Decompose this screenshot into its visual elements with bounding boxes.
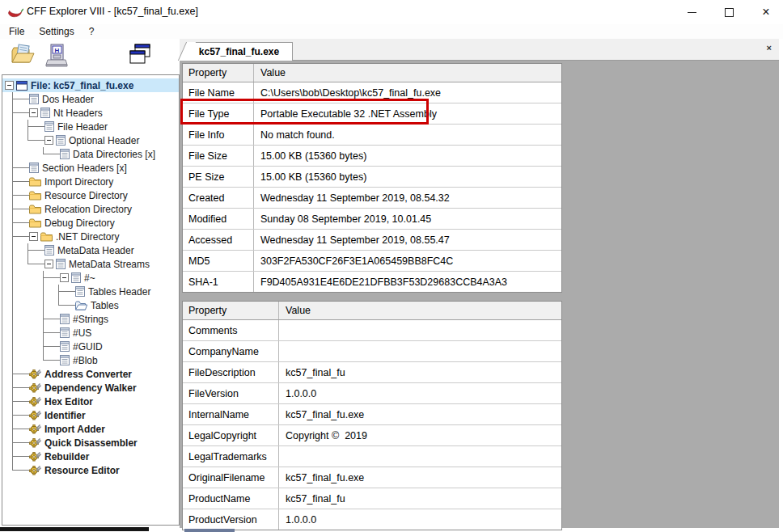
tree-guide <box>36 271 60 285</box>
tree-item-item[interactable]: #~ <box>2 271 179 285</box>
table-row-fileversion[interactable]: FileVersion1.0.0.0 <box>183 383 561 404</box>
table-row-productversion[interactable]: ProductVersion1.0.0.0 <box>183 509 561 530</box>
tree-item-import-adder[interactable]: Import Adder <box>2 422 179 436</box>
table-row-filedescription[interactable]: FileDescriptionkc57_final_fu <box>183 362 561 383</box>
tool-icon <box>29 465 41 475</box>
tree-item-hex-editor[interactable]: Hex Editor <box>2 395 179 408</box>
table-row-file-type[interactable]: File TypePortable Executable 32 .NET Ass… <box>183 103 561 125</box>
collapse-toggle-icon[interactable] <box>60 273 69 282</box>
property-cell: ProductName <box>183 488 279 509</box>
tree-item-tables-header[interactable]: Tables Header <box>2 285 179 298</box>
table-row-modified[interactable]: ModifiedSunday 08 September 2019, 10.01.… <box>183 209 561 230</box>
tree-item-file-kc57-final-fu-exe[interactable]: File: kc57_final_fu.exe <box>2 78 179 92</box>
minimize-button[interactable] <box>673 0 710 24</box>
tree-item-blob[interactable]: #Blob <box>2 353 179 367</box>
cascade-windows-icon[interactable] <box>128 43 152 65</box>
tree-item-label: Tables Header <box>88 286 150 298</box>
collapse-toggle-icon[interactable] <box>29 108 38 117</box>
close-button[interactable]: × <box>747 0 783 24</box>
value-cell: F9D405A931E4E6DE21DFBB3F53D29683CCB4A3A3 <box>254 272 561 292</box>
tree-item-net-directory[interactable]: .NET Directory <box>2 230 179 243</box>
table-row-file-name[interactable]: File NameC:\Users\bob\Desktop\kc57_final… <box>183 82 561 103</box>
tree-item-tables[interactable]: Tables <box>2 298 179 312</box>
tab-kc57-final-fu[interactable]: kc57_final_fu.exe <box>186 42 293 61</box>
tree-item-dos-header[interactable]: Dos Header <box>2 92 179 106</box>
collapse-toggle-icon[interactable] <box>44 136 53 145</box>
tree-item-resource-editor[interactable]: Resource Editor <box>2 463 179 477</box>
tree-guide <box>20 120 44 133</box>
tree-item-resource-directory[interactable]: Resource Directory <box>2 188 179 202</box>
tree-item-data-directories-x[interactable]: Data Directories [x] <box>2 147 179 161</box>
tree-guide <box>5 147 20 161</box>
table-row-sha-1[interactable]: SHA-1F9D405A931E4E6DE21DFBB3F53D29683CCB… <box>183 272 561 292</box>
tree-guide <box>5 326 20 340</box>
property-cell: PE Size <box>183 167 254 187</box>
tool-icon <box>29 369 41 379</box>
tree-item-debug-directory[interactable]: Debug Directory <box>2 216 179 230</box>
table-row-productname[interactable]: ProductNamekc57_final_fu <box>183 488 561 509</box>
collapse-toggle-icon[interactable] <box>44 260 53 268</box>
folder-icon <box>29 177 41 187</box>
tree-guide <box>20 133 44 147</box>
tree-item-rebuilder[interactable]: Rebuilder <box>2 450 179 463</box>
file-properties-rows: File NameC:\Users\bob\Desktop\kc57_final… <box>183 82 561 292</box>
collapse-toggle-icon[interactable] <box>29 232 38 241</box>
value-column-header: Value <box>279 302 561 319</box>
menu-settings[interactable]: Settings <box>32 25 81 38</box>
tab-close-icon[interactable]: × <box>767 43 772 53</box>
menu-help[interactable]: ? <box>82 25 102 38</box>
value-cell: 303F2FA530CF26F3E1A065459BB8FC4C <box>254 251 561 271</box>
table-row-companyname[interactable]: CompanyName <box>183 341 561 362</box>
tree-item-us[interactable]: #US <box>2 326 179 340</box>
save-file-icon[interactable]: H <box>45 44 68 68</box>
tree-guide <box>20 353 36 367</box>
table-row-file-info[interactable]: File InfoNo match found. <box>183 125 561 146</box>
value-cell: kc57_final_fu.exe <box>279 467 561 488</box>
table-row-accessed[interactable]: AccessedWednesday 11 September 2019, 08.… <box>183 230 561 251</box>
tree-item-relocation-directory[interactable]: Relocation Directory <box>2 202 179 216</box>
table-row-pe-size[interactable]: PE Size15.00 KB (15360 bytes) <box>183 167 561 188</box>
tool-icon <box>29 382 41 393</box>
collapse-toggle-icon[interactable] <box>5 81 14 90</box>
tree-item-label: Nt Headers <box>53 108 103 119</box>
property-cell: LegalTrademarks <box>183 446 279 467</box>
table-row-internalname[interactable]: InternalNamekc57_final_fu.exe <box>183 404 561 425</box>
tree-item-identifier[interactable]: Identifier <box>2 408 179 422</box>
tree-item-section-headers-x[interactable]: Section Headers [x] <box>2 161 179 175</box>
tree-guide <box>20 285 36 298</box>
tree-item-dependency-walker[interactable]: Dependency Walker <box>2 381 179 395</box>
value-cell: kc57_final_fu.exe <box>279 404 561 424</box>
tree-guide <box>5 161 29 175</box>
tree-item-quick-disassembler[interactable]: Quick Disassembler <box>2 436 179 450</box>
tree-item-nt-headers[interactable]: Nt Headers <box>2 106 179 120</box>
property-cell: File Type <box>183 103 254 124</box>
tree-item-address-converter[interactable]: Address Converter <box>2 367 179 381</box>
open-file-icon[interactable] <box>11 44 35 66</box>
table-row-legalcopyright[interactable]: LegalCopyrightCopyright © 2019 <box>183 425 561 446</box>
tree-item-guid[interactable]: #GUID <box>2 340 179 353</box>
tree-guide <box>5 298 20 312</box>
menu-file[interactable]: File <box>2 25 32 38</box>
table-row-originalfilename[interactable]: OriginalFilenamekc57_final_fu.exe <box>183 467 561 488</box>
table-row-legaltrademarks[interactable]: LegalTrademarks <box>183 446 561 467</box>
value-cell: 1.0.0.0 <box>279 383 561 403</box>
table-row-comments[interactable]: Comments <box>183 320 561 341</box>
maximize-button[interactable] <box>710 0 747 24</box>
doc-icon <box>71 272 81 283</box>
tree-guide <box>5 353 20 367</box>
tree-item-metadata-header[interactable]: MetaData Header <box>2 243 179 257</box>
table-row-file-size[interactable]: File Size15.00 KB (15360 bytes) <box>183 146 561 167</box>
close-icon: × <box>762 6 769 19</box>
tree-guide <box>5 436 29 450</box>
tree-item-metadata-streams[interactable]: MetaData Streams <box>2 257 179 271</box>
tree-item-import-directory[interactable]: Import Directory <box>2 175 179 188</box>
tree-item-file-header[interactable]: File Header <box>2 120 179 133</box>
tree-item-strings[interactable]: #Strings <box>2 312 179 326</box>
value-cell: Wednesday 11 September 2019, 08.55.47 <box>254 230 561 250</box>
property-cell: File Info <box>183 125 254 145</box>
tree-guide <box>5 92 29 106</box>
table-row-created[interactable]: CreatedWednesday 11 September 2019, 08.5… <box>183 188 561 209</box>
table-row-md5[interactable]: MD5303F2FA530CF26F3E1A065459BB8FC4C <box>183 251 561 272</box>
doc-icon <box>29 94 39 104</box>
tree-item-optional-header[interactable]: Optional Header <box>2 133 179 147</box>
